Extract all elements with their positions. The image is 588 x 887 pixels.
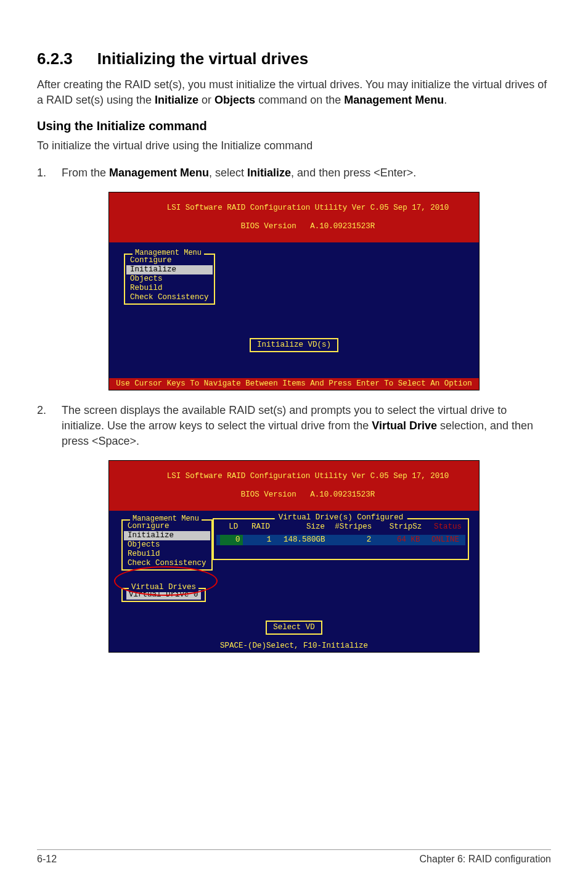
menu-item-check-consistency: Check Consistency: [126, 293, 213, 302]
bios2-title-bar: LSI Software RAID Configuration Utility …: [109, 461, 479, 511]
cell-raid: 1: [243, 535, 274, 545]
subheading: Using the Initialize command: [37, 119, 551, 133]
vd-table-title: Virtual Drive(s) Configured: [275, 513, 407, 522]
menu2-initialize: Initialize: [124, 531, 210, 540]
bios-title-line1: LSI Software RAID Configuration Utility …: [167, 204, 449, 212]
virtual-drives-table: Virtual Drive(s) Configured LD RAID Size…: [213, 518, 469, 560]
bios-title-bar: LSI Software RAID Configuration Utility …: [109, 192, 479, 242]
page-chapter: Chapter 6: RAID configuration: [420, 854, 551, 865]
step1-text: From the Management Menu, select Initial…: [62, 165, 551, 181]
section-heading: 6.2.3Initializing the virtual drives: [37, 49, 551, 68]
cell-ld: 0: [220, 535, 243, 545]
cell-stripes: 2: [328, 535, 374, 545]
menu2-check-consistency: Check Consistency: [124, 559, 210, 568]
intro-bold-initialize: Initialize: [155, 94, 198, 106]
menu2-objects: Objects: [124, 540, 210, 550]
intro-text-mid: or: [198, 94, 214, 106]
bios-screenshot-2: LSI Software RAID Configuration Utility …: [108, 460, 480, 653]
page-footer: 6-12 Chapter 6: RAID configuration: [37, 849, 551, 865]
bios-screenshot-1: LSI Software RAID Configuration Utility …: [108, 192, 480, 390]
virtual-drives-select-box: Virtual Drives Virtual Drive 0: [121, 588, 206, 602]
management-menu-box: Management Menu Configure Initialize Obj…: [124, 254, 215, 305]
step2-marker: 2.: [37, 403, 62, 450]
col-stripsz: StripSz: [374, 522, 424, 532]
menu2-rebuild: Rebuild: [124, 550, 210, 559]
col-stripes: #Stripes: [327, 522, 374, 532]
management-menu-title: Management Menu: [133, 249, 204, 257]
bios-footer-hint: Use Cursor Keys To Navigate Between Item…: [109, 378, 479, 390]
menu-item-objects: Objects: [126, 274, 213, 284]
step2-text: The screen displays the available RAID s…: [62, 403, 551, 450]
col-status: Status: [424, 522, 464, 532]
bios2-footer-hint: SPACE-(De)Select, F10-Initialize: [109, 640, 479, 652]
bios2-title-line1: LSI Software RAID Configuration Utility …: [167, 472, 449, 481]
menu-item-rebuild: Rebuild: [126, 284, 213, 293]
cell-stripsz: 64 KB: [374, 535, 422, 545]
bios-title-line2: BIOS Version A.10.09231523R: [241, 222, 375, 231]
select-vd-label-wrap: Select VD: [118, 621, 470, 635]
intro-text-after: command on the: [255, 94, 344, 106]
col-raid: RAID: [240, 522, 272, 532]
section-title: Initializing the virtual drives: [97, 49, 308, 68]
intro-bold-objects: Objects: [214, 94, 255, 106]
cell-size: 148.580GB: [274, 535, 327, 545]
select-vd-label: Select VD: [266, 621, 322, 635]
intro-bold-menu: Management Menu: [344, 94, 444, 106]
menu-item-initialize: Initialize: [126, 265, 213, 274]
col-ld: LD: [218, 522, 240, 532]
bios2-title-line2: BIOS Version A.10.09231523R: [241, 490, 375, 499]
initialize-vd-label: Initialize VD(s): [250, 338, 338, 352]
vd-table-header-row: LD RAID Size #Stripes StripSz Status: [214, 522, 468, 532]
management-menu-box-2: Management Menu Configure Initialize Obj…: [121, 519, 213, 571]
step-2: 2. The screen displays the available RAI…: [37, 403, 551, 450]
initialize-vd-label-wrap: Initialize VD(s): [118, 338, 470, 352]
cell-status: ONLINE: [423, 535, 462, 545]
vd-table-row: 0 1 148.580GB 2 64 KB ONLINE: [216, 535, 465, 545]
col-size: Size: [272, 522, 327, 532]
section-number: 6.2.3: [37, 49, 73, 68]
step1-marker: 1.: [37, 165, 62, 181]
intro-suffix: .: [444, 94, 447, 106]
virtual-drives-sub-title: Virtual Drives: [129, 583, 198, 592]
page-number: 6-12: [37, 854, 57, 865]
management-menu-title-2: Management Menu: [130, 514, 202, 523]
step-1: 1. From the Management Menu, select Init…: [37, 165, 551, 181]
intro-paragraph: After creating the RAID set(s), you must…: [37, 77, 551, 108]
lead-text: To initialize the virtual drive using th…: [37, 138, 551, 154]
